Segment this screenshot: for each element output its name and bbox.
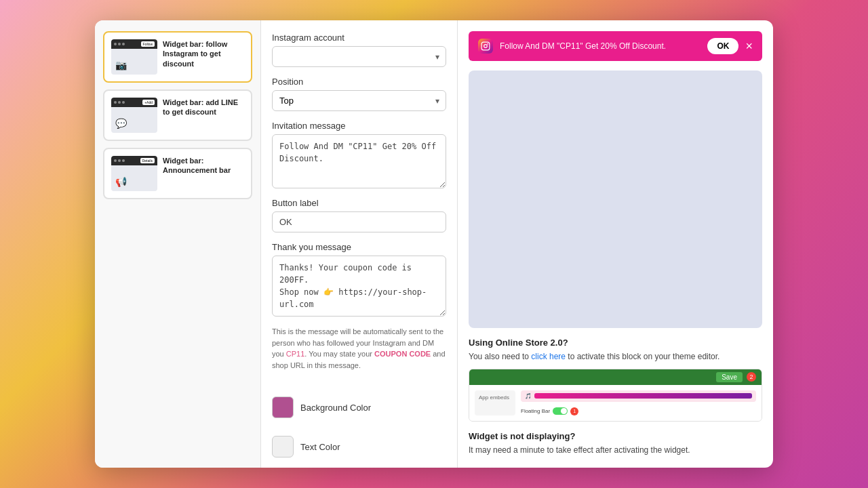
position-select-wrapper: Top Bottom ▾ <box>272 90 446 111</box>
not-displaying-section: Widget is not displaying? It may need a … <box>469 431 762 457</box>
widget-preview-line: +Add 💬 <box>111 98 157 133</box>
widget-title-line: Widget bar: add LINE to get discount <box>163 98 244 117</box>
text-color-swatch[interactable] <box>272 436 294 458</box>
right-panel: Follow And DM "CP11" Get 20% Off Discoun… <box>458 20 773 468</box>
widget-preview-announcement: Details 📢 <box>111 156 157 191</box>
position-label: Position <box>272 77 446 87</box>
hint-coupon: COUPON CODE <box>374 350 431 358</box>
preview-follow-btn: Follow <box>141 41 155 47</box>
not-displaying-title: Widget is not displaying? <box>469 431 762 441</box>
theme-bar-mini <box>534 393 752 399</box>
instagram-account-select[interactable] <box>272 46 446 67</box>
svg-rect-0 <box>481 42 490 50</box>
theme-editor-preview: Save 2 App embeds 🎵 Floating Bar <box>469 369 762 422</box>
widget-card-announcement[interactable]: Details 📢 Widget bar: Announcement bar <box>103 148 252 199</box>
online-store-link[interactable]: click here <box>531 352 566 361</box>
theme-floating-row: Floating Bar 1 <box>521 407 756 415</box>
instagram-account-group: Instagram account ▾ <box>272 33 446 67</box>
theme-sidebar-mini: App embeds <box>475 390 515 415</box>
widget-info-follow: Widget bar: follow Instagram to get disc… <box>163 39 244 68</box>
svg-point-1 <box>484 45 488 48</box>
preview-widget-bar: Follow And DM "CP11" Get 20% Off Discoun… <box>469 31 762 61</box>
hint-cp11: CP11 <box>286 350 305 358</box>
theme-content-mini: 🎵 <box>521 390 756 402</box>
preview-details-btn: Details <box>140 158 155 163</box>
text-color-label: Text Color <box>300 442 340 452</box>
online-store-section: Using Online Store 2.0? You also need to… <box>469 338 762 422</box>
button-label-group: Button label <box>272 198 446 232</box>
thank-you-message-group: Thank you message Thanks! Your coupon co… <box>272 242 446 317</box>
widget-title-announcement: Widget bar: Announcement bar <box>163 156 244 176</box>
middle-panel: Instagram account ▾ Position Top Bottom … <box>261 20 458 468</box>
button-label-label: Button label <box>272 198 446 208</box>
thank-you-message-textarea[interactable]: Thanks! Your coupon code is 200FF. Shop … <box>272 256 446 317</box>
preview-area <box>469 70 762 328</box>
theme-app-embeds-label: App embeds <box>479 394 511 401</box>
widget-info-announcement: Widget bar: Announcement bar <box>163 156 244 176</box>
theme-floating-toggle <box>553 407 568 415</box>
invitation-message-group: Invitation message Follow And DM "CP11" … <box>272 121 446 188</box>
widget-title-follow: Widget bar: follow Instagram to get disc… <box>163 39 244 68</box>
invitation-message-label: Invitation message <box>272 121 446 131</box>
theme-floating-badge: 1 <box>570 407 578 415</box>
line-icon: 💬 <box>115 118 127 129</box>
preview-ig-icon <box>478 39 493 54</box>
button-label-input[interactable] <box>272 211 446 232</box>
online-store-text: You also need to click here to activate … <box>469 350 762 363</box>
not-displaying-text: It may need a minute to take effect afte… <box>469 444 762 457</box>
widget-info-line: Widget bar: add LINE to get discount <box>163 98 244 117</box>
widget-card-follow-instagram[interactable]: Follow 📷 Widget bar: follow Instagram to… <box>103 31 252 83</box>
position-select[interactable]: Top Bottom <box>272 90 446 111</box>
hint-text: This is the message will be automaticall… <box>272 326 446 371</box>
position-group: Position Top Bottom ▾ <box>272 77 446 111</box>
invitation-message-textarea[interactable]: Follow And DM "CP11" Get 20% Off Discoun… <box>272 134 446 188</box>
theme-editor-header: Save 2 <box>469 369 762 385</box>
svg-point-2 <box>487 43 488 45</box>
online-store-title: Using Online Store 2.0? <box>469 338 762 348</box>
instagram-icon: 📷 <box>115 60 127 70</box>
widget-card-add-line[interactable]: +Add 💬 Widget bar: add LINE to get disco… <box>103 89 252 141</box>
theme-editor-body: App embeds 🎵 Floating Bar 1 <box>469 385 762 421</box>
widget-preview-follow: Follow 📷 <box>111 39 157 75</box>
announcement-icon: 📢 <box>115 176 127 187</box>
hint-mid: . You may state your <box>304 350 374 358</box>
theme-bar-icon: 🎵 <box>525 393 532 399</box>
preview-ok-button[interactable]: OK <box>707 38 738 54</box>
background-color-label: Background Color <box>300 403 371 413</box>
thank-you-message-label: Thank you message <box>272 242 446 252</box>
preview-add-btn: +Add <box>142 100 155 105</box>
background-color-row: Background Color <box>272 392 446 422</box>
text-color-row: Text Color <box>272 432 446 462</box>
preview-close-button[interactable]: × <box>745 40 753 52</box>
online-store-prefix: You also need to <box>469 352 531 361</box>
instagram-account-label: Instagram account <box>272 33 446 43</box>
instagram-account-select-wrapper: ▾ <box>272 46 446 67</box>
preview-bar-text: Follow And DM "CP11" Get 20% Off Discoun… <box>500 41 701 51</box>
theme-floating-label: Floating Bar <box>521 408 550 414</box>
online-store-suffix: to activate this block on your theme edi… <box>566 352 719 361</box>
theme-badge: 2 <box>747 372 756 382</box>
theme-save-button[interactable]: Save <box>716 372 743 382</box>
widget-sidebar: Follow 📷 Widget bar: follow Instagram to… <box>95 20 261 468</box>
background-color-swatch[interactable] <box>272 396 294 418</box>
